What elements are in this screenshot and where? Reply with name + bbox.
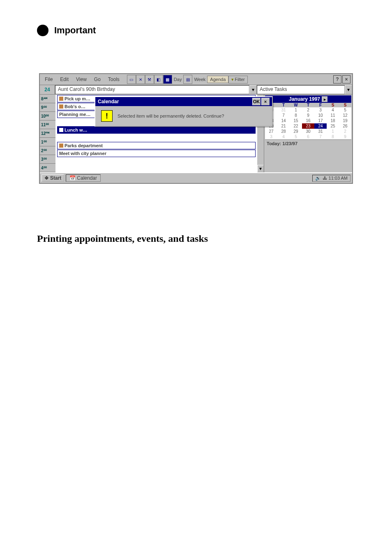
mini-day[interactable]: 28	[277, 129, 290, 134]
mini-day[interactable]: 15	[290, 118, 302, 123]
appointment-column: Pick up m… Bob's o… Planning me… Lunch w…	[55, 95, 257, 172]
mini-day[interactable]: 26	[339, 123, 351, 129]
mini-day[interactable]: 12	[339, 113, 351, 118]
mini-day[interactable]: 22	[290, 123, 302, 129]
mini-day[interactable]: 4	[327, 107, 339, 113]
mini-day[interactable]: 2	[339, 129, 351, 134]
windows-icon: ❖	[44, 175, 49, 181]
tasks-field[interactable]: Active Tasks	[257, 85, 345, 94]
agenda-button[interactable]: Agenda	[207, 76, 228, 83]
menu-edit[interactable]: Edit	[57, 76, 72, 83]
mini-day[interactable]: 5	[339, 107, 351, 113]
mini-day[interactable]: 9	[302, 113, 314, 118]
scroll-down-icon[interactable]: ▾	[257, 165, 264, 172]
menu-file[interactable]: File	[42, 76, 56, 83]
mini-day[interactable]: 31	[314, 129, 327, 134]
mini-day[interactable]: 8	[290, 113, 302, 118]
time-3: 3⁰⁰	[40, 155, 55, 164]
toolbar: ▭ ✕ ⚒ ◧ ▦ Day ▤ Week Agenda ▾Filter	[127, 75, 248, 84]
appt-planning-label: Planning me…	[59, 112, 90, 117]
dialog-ok-button[interactable]: OK	[252, 98, 261, 105]
appt-parks-label: Parks department	[65, 143, 103, 148]
appt-lunch-label: Lunch w…	[65, 127, 88, 132]
mini-day[interactable]: 7	[314, 134, 327, 139]
mini-day[interactable]: 24	[314, 123, 327, 129]
mini-day[interactable]: 8	[327, 134, 339, 139]
appt-parks[interactable]: Parks department	[57, 142, 256, 149]
mini-day[interactable]: 14	[277, 118, 290, 123]
mini-day[interactable]: 3	[314, 107, 327, 113]
time-1: 1⁰⁰	[40, 138, 55, 146]
mini-day[interactable]: 7	[277, 113, 290, 118]
mini-calendar-grid[interactable]: 3031123456789101112131415161718192021222…	[265, 107, 351, 139]
help-button[interactable]: ?	[333, 75, 341, 83]
filter-button[interactable]: ▾Filter	[228, 76, 247, 83]
event-dropdown-icon[interactable]: ▾	[249, 85, 257, 94]
mini-day[interactable]: 23	[302, 123, 314, 129]
reminder-icon	[59, 104, 63, 109]
dialog-close-button[interactable]: ×	[261, 98, 270, 105]
important-header: Important	[37, 25, 355, 36]
dialog-message: Selected item will be permanently delete…	[118, 114, 224, 118]
mini-day[interactable]: 18	[327, 118, 339, 123]
mini-day[interactable]: 25	[327, 123, 339, 129]
mini-day[interactable]: 1	[290, 107, 302, 113]
app-icon: 📅	[69, 175, 76, 181]
start-label: Start	[50, 175, 61, 181]
dow-s2: S	[339, 103, 351, 107]
day-label[interactable]: Day	[172, 77, 184, 82]
mini-day[interactable]: 9	[339, 134, 351, 139]
dialog-titlebar: Calendar OK ×	[95, 97, 272, 106]
mini-day[interactable]: 6	[302, 134, 314, 139]
taskbar: ❖ Start 📅 Calendar 🔊 🖧 11:03 AM	[40, 172, 352, 183]
menu-go[interactable]: Go	[91, 76, 104, 83]
dialog-title: Calendar	[98, 99, 119, 104]
delete-icon[interactable]: ✕	[136, 75, 145, 84]
mini-day[interactable]: 30	[302, 129, 314, 134]
start-button[interactable]: ❖ Start	[42, 174, 64, 182]
tray-icon-2: 🖧	[323, 176, 327, 181]
appt-lunch-selected[interactable]: Lunch w…	[57, 126, 256, 134]
system-tray[interactable]: 🔊 🖧 11:03 AM	[312, 175, 350, 182]
goto-icon[interactable]: ◧	[154, 75, 163, 84]
time-10: 10⁰⁰	[40, 112, 55, 120]
close-button[interactable]: ×	[342, 75, 350, 83]
taskbar-app-button[interactable]: 📅 Calendar	[66, 174, 101, 182]
mini-day[interactable]: 4	[277, 134, 290, 139]
week-view-icon[interactable]: ▤	[183, 75, 192, 84]
week-label[interactable]: Week	[192, 77, 207, 82]
dow-s: S	[327, 103, 339, 107]
tool-icon[interactable]: ⚒	[145, 75, 154, 84]
mini-day[interactable]: 16	[302, 118, 314, 123]
appt-cityplanner[interactable]: Meet with city planner	[57, 150, 256, 157]
mini-day[interactable]: 10	[314, 113, 327, 118]
warning-icon: !	[101, 110, 113, 122]
next-month-icon[interactable]: ▸	[322, 96, 327, 102]
mini-day[interactable]: 5	[290, 134, 302, 139]
dow-f: F	[314, 103, 327, 107]
mini-day[interactable]: 3	[265, 134, 277, 139]
mini-day[interactable]: 17	[314, 118, 327, 123]
mini-day[interactable]: 21	[277, 123, 290, 129]
mini-day[interactable]: 11	[327, 113, 339, 118]
menu-tools[interactable]: Tools	[105, 76, 123, 83]
allday-event-field[interactable]: Aunt Carol's 90th Birthday	[55, 85, 249, 94]
today-label[interactable]: Today: 1/23/97	[265, 139, 351, 147]
dow-t2: T	[302, 103, 314, 107]
mini-day[interactable]: 27	[265, 129, 277, 134]
mini-day[interactable]: 1	[327, 129, 339, 134]
day-view-icon[interactable]: ▦	[163, 75, 172, 84]
filter-label: Filter	[235, 77, 244, 82]
mini-day[interactable]: 19	[339, 118, 351, 123]
day-of-week-row: M T W T F S S	[265, 103, 351, 107]
reminder-icon	[59, 144, 63, 148]
mini-day[interactable]: 29	[290, 129, 302, 134]
mini-day[interactable]: 31	[277, 107, 290, 113]
time-4: 4⁰⁰	[40, 164, 55, 172]
tasks-dropdown-icon[interactable]: ▾	[345, 85, 352, 94]
taskbar-app-label: Calendar	[77, 175, 97, 181]
mini-calendar-pane: January 1997 ▸ M T W T F S S 30311234567…	[264, 95, 352, 172]
mini-day[interactable]: 2	[302, 107, 314, 113]
menu-view[interactable]: View	[73, 76, 90, 83]
new-icon[interactable]: ▭	[127, 75, 136, 84]
